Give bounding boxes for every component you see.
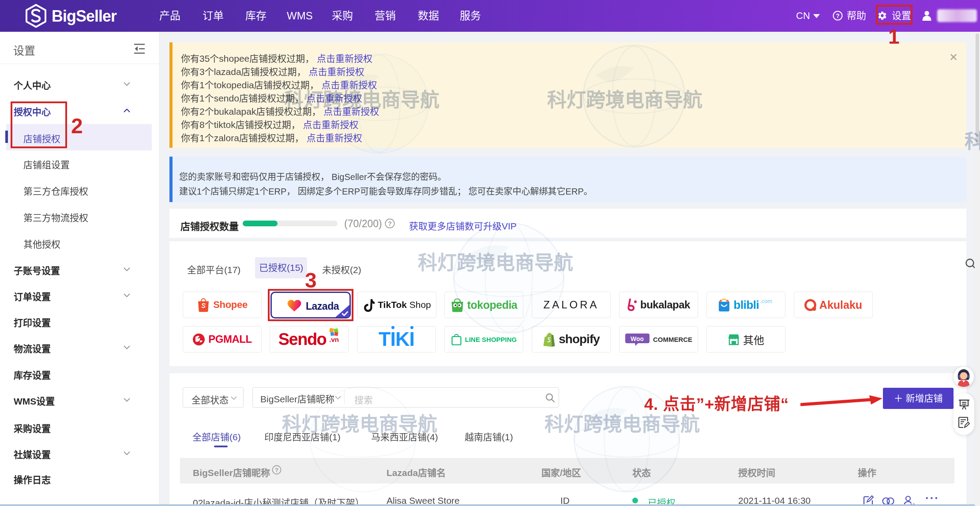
svg-text:?: ? <box>388 220 392 227</box>
svg-text:Woo: Woo <box>631 335 644 342</box>
svg-text:?: ? <box>275 467 278 473</box>
svg-text:?: ? <box>836 12 840 19</box>
